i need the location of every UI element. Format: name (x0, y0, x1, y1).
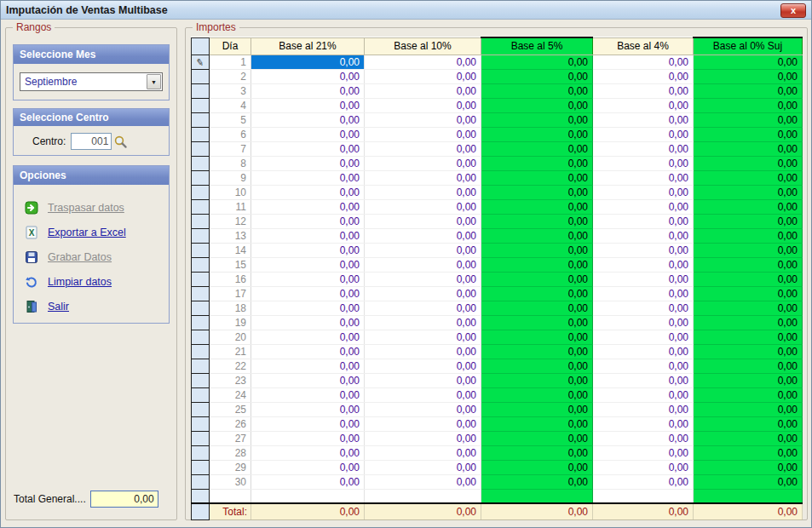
value-cell[interactable]: 0,00 (593, 373, 694, 387)
value-cell[interactable]: 0,00 (365, 286, 481, 301)
value-cell[interactable]: 0,00 (593, 199, 694, 214)
row-indicator[interactable] (192, 156, 210, 170)
value-cell[interactable]: 0,00 (593, 127, 694, 141)
value-cell[interactable]: 0,00 (481, 286, 593, 301)
value-cell[interactable]: 0,00 (481, 185, 593, 199)
value-cell[interactable]: 0,00 (481, 69, 593, 83)
value-cell[interactable]: 0,00 (365, 431, 481, 445)
value-cell[interactable]: 0,00 (365, 185, 481, 199)
value-cell[interactable]: 0,00 (694, 83, 803, 98)
value-cell[interactable]: 0,00 (593, 141, 694, 156)
value-cell[interactable]: 0,00 (593, 98, 694, 112)
value-cell[interactable]: 0,00 (593, 170, 694, 185)
value-cell[interactable]: 0,00 (694, 257, 803, 272)
value-cell[interactable]: 0,00 (481, 170, 593, 185)
value-cell[interactable]: 0,00 (251, 170, 365, 185)
value-cell[interactable]: 0,00 (694, 402, 803, 416)
value-cell[interactable]: 0,00 (593, 445, 694, 460)
value-cell[interactable]: 0,00 (481, 156, 593, 170)
value-cell[interactable]: 0,00 (694, 286, 803, 301)
value-cell[interactable]: 0,00 (251, 387, 365, 402)
value-cell[interactable]: 0,00 (593, 228, 694, 243)
link-grabar-datos[interactable]: Grabar Datos (25, 244, 169, 269)
value-cell[interactable]: 0,00 (593, 112, 694, 127)
value-cell[interactable]: 0,00 (593, 214, 694, 228)
value-cell[interactable]: 0,00 (694, 55, 803, 69)
value-cell[interactable]: 0,00 (481, 387, 593, 402)
value-cell[interactable]: 0,00 (365, 359, 481, 373)
value-cell[interactable]: 0,00 (593, 55, 694, 69)
value-cell[interactable]: 0,00 (251, 98, 365, 112)
row-indicator[interactable] (192, 69, 210, 83)
value-cell[interactable]: 0,00 (694, 315, 803, 330)
row-indicator[interactable] (192, 330, 210, 344)
value-cell[interactable]: 0,00 (365, 445, 481, 460)
row-indicator[interactable] (192, 170, 210, 185)
value-cell[interactable]: 0,00 (481, 315, 593, 330)
row-indicator[interactable] (192, 489, 210, 503)
value-cell[interactable]: 0,00 (694, 373, 803, 387)
value-cell[interactable]: 0,00 (365, 373, 481, 387)
value-cell[interactable]: 0,00 (593, 185, 694, 199)
value-cell[interactable]: 0,00 (365, 460, 481, 474)
value-cell[interactable]: 0,00 (593, 460, 694, 474)
value-cell[interactable]: 0,00 (481, 127, 593, 141)
value-cell[interactable]: 0,00 (694, 330, 803, 344)
value-cell[interactable]: 0,00 (365, 402, 481, 416)
value-cell[interactable]: 0,00 (365, 127, 481, 141)
value-cell[interactable]: 0,00 (593, 315, 694, 330)
value-cell[interactable]: 0,00 (694, 359, 803, 373)
row-indicator[interactable] (192, 431, 210, 445)
value-cell[interactable]: 0,00 (251, 373, 365, 387)
value-cell[interactable]: 0,00 (694, 98, 803, 112)
value-cell[interactable]: 0,00 (694, 156, 803, 170)
value-cell[interactable]: 0,00 (694, 301, 803, 315)
row-indicator[interactable] (192, 83, 210, 98)
value-cell[interactable]: 0,00 (365, 257, 481, 272)
value-cell[interactable]: 0,00 (694, 272, 803, 286)
row-indicator[interactable] (192, 445, 210, 460)
value-cell[interactable]: 0,00 (694, 474, 803, 489)
value-cell[interactable]: 0,00 (251, 214, 365, 228)
value-cell[interactable]: 0,00 (481, 445, 593, 460)
value-cell[interactable]: 0,00 (694, 112, 803, 127)
link-traspasar-datos[interactable]: Traspasar datos (25, 195, 169, 220)
row-indicator[interactable] (192, 387, 210, 402)
link-exportar-excel[interactable]: X Exportar a Excel (25, 220, 169, 244)
value-cell[interactable] (251, 489, 365, 503)
row-indicator[interactable] (192, 243, 210, 257)
value-cell[interactable]: 0,00 (251, 301, 365, 315)
magnifier-icon[interactable] (113, 135, 128, 149)
row-indicator[interactable] (192, 98, 210, 112)
value-cell[interactable]: 0,00 (251, 474, 365, 489)
title-bar[interactable]: Imputación de Ventas Multibase x (1, 1, 811, 20)
value-cell[interactable]: 0,00 (251, 460, 365, 474)
value-cell[interactable]: 0,00 (593, 416, 694, 431)
value-cell[interactable]: 0,00 (365, 474, 481, 489)
value-cell[interactable]: 0,00 (481, 402, 593, 416)
value-cell[interactable]: 0,00 (694, 228, 803, 243)
value-cell[interactable]: 0,00 (694, 214, 803, 228)
value-cell[interactable]: 0,00 (694, 69, 803, 83)
value-cell[interactable]: 0,00 (251, 83, 365, 98)
value-cell[interactable]: 0,00 (365, 272, 481, 286)
row-indicator[interactable] (192, 460, 210, 474)
value-cell[interactable]: 0,00 (593, 301, 694, 315)
value-cell[interactable]: 0,00 (251, 431, 365, 445)
row-indicator[interactable] (192, 315, 210, 330)
value-cell[interactable]: 0,00 (251, 445, 365, 460)
value-cell[interactable]: 0,00 (481, 416, 593, 431)
value-cell[interactable]: 0,00 (481, 199, 593, 214)
row-indicator[interactable] (192, 127, 210, 141)
value-cell[interactable]: 0,00 (481, 301, 593, 315)
value-cell[interactable]: 0,00 (694, 445, 803, 460)
value-cell[interactable]: 0,00 (251, 359, 365, 373)
value-cell[interactable]: 0,00 (365, 112, 481, 127)
value-cell[interactable]: 0,00 (593, 387, 694, 402)
value-cell[interactable] (365, 489, 481, 503)
value-cell[interactable]: 0,00 (481, 214, 593, 228)
value-cell[interactable]: 0,00 (481, 243, 593, 257)
value-cell[interactable]: 0,00 (251, 141, 365, 156)
value-cell[interactable] (694, 489, 803, 503)
value-cell[interactable]: 0,00 (481, 460, 593, 474)
